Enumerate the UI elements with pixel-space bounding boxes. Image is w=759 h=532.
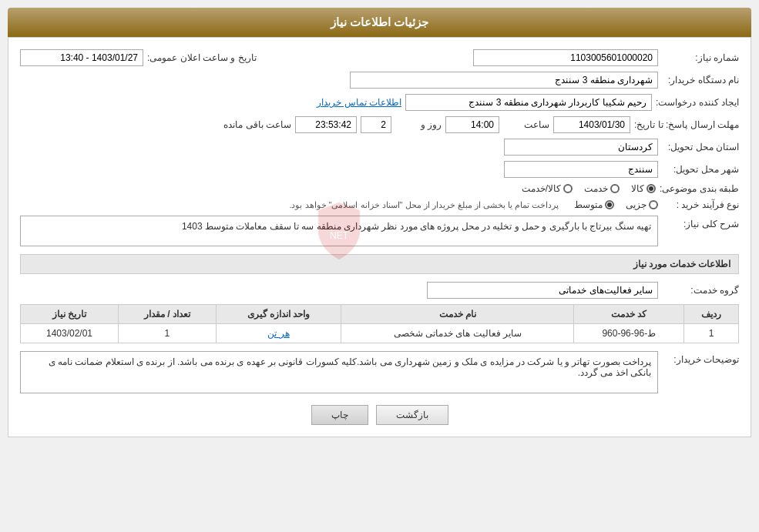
radio-kala-icon: [646, 184, 656, 193]
shomareNiaz-label: شماره نیاز:: [662, 52, 739, 63]
sharhKoli-label: شرح کلی نیاز:: [662, 216, 739, 229]
mohlat-time-input[interactable]: [295, 116, 357, 133]
ijad-input[interactable]: [405, 94, 652, 111]
noeFarayand-radio-group: جزیی متوسط: [574, 199, 658, 210]
shomareNiaz-input[interactable]: [473, 49, 658, 66]
row-toseih: توضیحات خریدار: پرداخت بصورت تهاتر و یا …: [20, 351, 739, 393]
row-tabaqe: طبقه بندی موضوعی: کالا خدمت کالا/خدمت: [20, 183, 739, 194]
radio-kala-khedmat-icon: [563, 184, 573, 193]
tabaqe-label: طبقه بندی موضوعی:: [660, 183, 739, 194]
tabaqe-khedmat-label: خدمت: [584, 183, 608, 194]
back-button[interactable]: بازگشت: [376, 405, 448, 425]
namDastgah-input[interactable]: [350, 72, 658, 89]
cell-radif: 1: [684, 324, 739, 343]
noeFarayand-label: نوع فرآیند خرید :: [662, 199, 739, 210]
ijad-link[interactable]: اطلاعات تماس خریدار: [317, 97, 401, 108]
mohlat-baki-label: ساعت باقی مانده: [214, 119, 291, 130]
services-table: ردیف کد خدمت نام خدمت واحد اندازه گیری ت…: [20, 304, 739, 343]
col-radif: ردیف: [684, 305, 739, 324]
radio-khedmat-icon: [610, 184, 620, 193]
noe-jozi[interactable]: جزیی: [626, 199, 658, 210]
sharhKoli-value: تهیه سنگ بیرتاج با بارگیری و حمل و تخلیه…: [182, 221, 651, 232]
row-namDastgah: نام دستگاه خریدار:: [20, 72, 739, 89]
groheKhedmat-label: گروه خدمت:: [662, 285, 739, 296]
noe-jozi-label: جزیی: [626, 199, 646, 210]
tabaqe-radio-group: کالا خدمت کالا/خدمت: [522, 183, 656, 194]
mohlat-saat-input[interactable]: [445, 116, 499, 133]
table-row: 1 ط-96-96-960 سایر فعالیت های خدماتی شخص…: [21, 324, 739, 343]
roz-label: روز و: [395, 119, 442, 130]
radio-motevaset-icon: [605, 200, 614, 209]
namDastgah-label: نام دستگاه خریدار:: [662, 75, 739, 85]
noeFarayand-note: پرداخت تمام یا بخشی از مبلغ خریدار از مح…: [289, 200, 559, 210]
page-header: جزئیات اطلاعات نیاز: [8, 8, 751, 37]
mohlat-roz-input[interactable]: [361, 116, 391, 133]
noe-motevaset-label: متوسط: [574, 199, 603, 210]
sharhKoli-box: NET تهیه سنگ بیرتاج با بارگیری و حمل و ت…: [20, 216, 658, 246]
groheKhedmat-input[interactable]: [427, 282, 658, 299]
radio-jozi-icon: [649, 200, 658, 209]
col-namKhedmat: نام خدمت: [341, 305, 574, 324]
cell-kodKhedmat: ط-96-96-960: [574, 324, 684, 343]
saat-label: ساعت: [503, 119, 549, 130]
tabaqe-kala-khedmat-label: کالا/خدمت: [522, 183, 561, 194]
cell-tedad: 1: [118, 324, 216, 343]
mohlat-date-input[interactable]: [553, 116, 630, 133]
toseih-label: توضیحات خریدار:: [662, 351, 739, 365]
row-shahr: شهر محل تحویل:: [20, 161, 739, 178]
page-container: جزئیات اطلاعات نیاز شماره نیاز: تاریخ و …: [0, 0, 759, 532]
button-row: بازگشت چاپ: [20, 405, 739, 425]
shahr-label: شهر محل تحویل:: [662, 164, 739, 175]
print-button[interactable]: چاپ: [311, 405, 368, 425]
svg-text:NET: NET: [330, 230, 349, 241]
row-noeFarayand: نوع فرآیند خرید : جزیی متوسط پرداخت تمام…: [20, 199, 739, 210]
col-kodKhedmat: کد خدمت: [574, 305, 684, 324]
row-mohlat: مهلت ارسال پاسخ: تا تاریخ: ساعت روز و سا…: [20, 116, 739, 133]
khadamat-header-text: اطلاعات خدمات مورد نیاز: [633, 259, 730, 269]
row-ijad: ایجاد کننده درخواست: اطلاعات تماس خریدار: [20, 94, 739, 111]
cell-vahed[interactable]: هر تن: [216, 324, 341, 343]
row-sharhKoli: شرح کلی نیاز: NET تهیه سنگ بیرتاج با بار…: [20, 216, 739, 246]
ostan-input[interactable]: [504, 139, 658, 156]
ijad-label: ایجاد کننده درخواست:: [656, 97, 739, 108]
row-groheKhedmat: گروه خدمت:: [20, 282, 739, 299]
shahr-input[interactable]: [504, 161, 658, 178]
tarikh-label: تاریخ و ساعت اعلان عمومی:: [147, 52, 257, 63]
cell-namKhedmat: سایر فعالیت های خدماتی شخصی: [341, 324, 574, 343]
toseih-box: پرداخت بصورت تهاتر و یا شرکت در مزایده ی…: [20, 351, 658, 393]
col-tedad: تعداد / مقدار: [118, 305, 216, 324]
col-tarikh: تاریخ نیاز: [21, 305, 119, 324]
row-ostan: استان محل تحویل:: [20, 139, 739, 156]
tarikh-input[interactable]: [20, 49, 143, 66]
main-panel: شماره نیاز: تاریخ و ساعت اعلان عمومی: نا…: [8, 37, 751, 437]
tabaqe-kala[interactable]: کالا: [631, 183, 656, 194]
page-title: جزئیات اطلاعات نیاز: [331, 15, 428, 28]
ostan-label: استان محل تحویل:: [662, 142, 739, 152]
table-body: 1 ط-96-96-960 سایر فعالیت های خدماتی شخص…: [21, 324, 739, 343]
khadamat-header: اطلاعات خدمات مورد نیاز: [20, 254, 739, 274]
tabaqe-kala-label: کالا: [631, 183, 644, 194]
row-shomareNiaz: شماره نیاز: تاریخ و ساعت اعلان عمومی:: [20, 49, 739, 66]
mohlat-label: مهلت ارسال پاسخ: تا تاریخ:: [634, 119, 739, 130]
tabaqe-kala-khedmat[interactable]: کالا/خدمت: [522, 183, 573, 194]
col-vahed: واحد اندازه گیری: [216, 305, 341, 324]
tabaqe-khedmat[interactable]: خدمت: [584, 183, 620, 194]
toseih-value: پرداخت بصورت تهاتر و یا شرکت در مزایده ی…: [49, 356, 651, 378]
cell-tarikh: 1403/02/01: [21, 324, 119, 343]
noe-motevaset[interactable]: متوسط: [574, 199, 614, 210]
